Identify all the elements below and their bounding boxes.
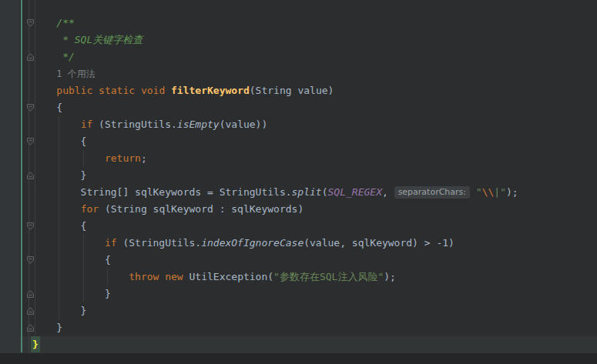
token-text: (StringUtils. <box>92 119 177 130</box>
code-line-7[interactable]: if (StringUtils.isEmpty(value)) <box>32 116 518 133</box>
code-line-19[interactable]: } <box>32 319 518 336</box>
token-text: UtilException( <box>183 271 273 282</box>
token-keyword: throw <box>129 271 159 282</box>
fold-region-end-icon[interactable] <box>26 323 35 332</box>
token-text: (String value) <box>250 85 334 96</box>
editor-gutter[interactable] <box>0 0 20 364</box>
code-line-2[interactable]: * SQL关键字检查 <box>32 32 518 48</box>
token-text: { <box>32 220 86 232</box>
fold-region-start-icon[interactable] <box>26 18 35 28</box>
token-keyword: void <box>141 85 165 96</box>
token-text: String[] sqlKeywords = StringUtils. <box>32 186 292 198</box>
code-editor: /** * SQL关键字检查 */ 1 个用法 public static vo… <box>0 0 597 364</box>
token-keyword: for <box>81 203 99 215</box>
fold-region-end-icon[interactable] <box>26 289 35 299</box>
token-doc-comment: * SQL关键字检查 <box>32 34 143 45</box>
token-text <box>32 203 81 215</box>
token-text: ; <box>141 152 147 164</box>
token-constant: SQL_REGEX <box>328 186 382 198</box>
code-line-8[interactable]: { <box>32 133 518 150</box>
code-line-10[interactable]: } <box>32 167 518 184</box>
token-text: } <box>32 288 111 299</box>
token-text: ); <box>384 271 396 282</box>
token-text: (value)) <box>220 119 268 130</box>
code-line-1[interactable]: /** <box>32 15 518 32</box>
code-line-5[interactable]: public static void filterKeyword(String … <box>32 82 518 99</box>
code-line-4[interactable]: 1 个用法 <box>32 65 518 82</box>
token-string: "参数存在SQL注入风险" <box>273 271 384 282</box>
fold-region-end-icon[interactable] <box>26 306 35 316</box>
fold-region-end-icon[interactable] <box>26 171 35 180</box>
matched-brace-highlight: } <box>31 336 40 352</box>
token-static-method-call: indexOfIgnoreCase <box>201 237 304 249</box>
code-line-12[interactable]: for (String sqlKeyword : sqlKeywords) <box>32 201 518 218</box>
token-text: } <box>32 169 86 181</box>
fold-region-start-icon[interactable] <box>26 222 35 231</box>
token-text: ); <box>506 186 518 198</box>
code-line-20[interactable]: } <box>32 336 518 353</box>
code-line-15[interactable]: { <box>32 252 518 269</box>
token-text: } <box>32 305 86 316</box>
token-keyword: static <box>99 85 135 96</box>
token-text <box>32 68 56 79</box>
token-text <box>32 152 105 164</box>
token-text: } <box>32 322 62 333</box>
fold-region-start-icon[interactable] <box>26 137 35 146</box>
usages-inlay-hint[interactable]: 1 个用法 <box>56 68 95 79</box>
token-text: , <box>382 186 394 198</box>
code-line-13[interactable]: { <box>32 218 518 235</box>
code-line-14[interactable]: if (StringUtils.indexOfIgnoreCase(value,… <box>32 235 518 252</box>
code-area[interactable]: /** * SQL关键字检查 */ 1 个用法 public static vo… <box>32 15 518 353</box>
token-text <box>32 119 81 130</box>
token-string: " <box>470 186 482 198</box>
token-text: (StringUtils. <box>117 237 202 249</box>
code-line-17[interactable]: } <box>32 286 518 302</box>
token-text: { <box>32 135 86 147</box>
token-text: { <box>32 254 111 265</box>
token-method-name: filterKeyword <box>171 85 250 96</box>
vcs-added-lines-marker[interactable] <box>21 0 22 352</box>
token-text <box>32 237 105 249</box>
code-line-11[interactable]: String[] sqlKeywords = StringUtils.split… <box>32 184 518 201</box>
code-line-9[interactable]: return; <box>32 150 518 167</box>
token-text: ( <box>322 186 328 198</box>
code-line-6[interactable]: { <box>32 99 518 116</box>
editor-bottom-edge <box>0 353 597 364</box>
token-text: (value, sqlKeyword) > -1) <box>304 237 454 249</box>
parameter-name-hint-inlay: separatorChars: <box>394 186 470 199</box>
token-text <box>32 271 129 282</box>
token-static-method-call: isEmpty <box>177 119 220 130</box>
token-text: { <box>32 102 62 113</box>
token-keyword: new <box>165 271 183 282</box>
fold-region-end-icon[interactable] <box>26 52 35 62</box>
token-text <box>165 85 171 96</box>
token-text <box>32 85 56 96</box>
token-keyword: if <box>105 237 117 249</box>
code-line-3[interactable]: */ <box>32 48 518 65</box>
token-keyword: if <box>81 119 93 130</box>
token-text <box>92 85 99 96</box>
code-line-16[interactable]: throw new UtilException("参数存在SQL注入风险"); <box>32 269 518 286</box>
code-line-18[interactable]: } <box>32 302 518 319</box>
fold-region-start-icon[interactable] <box>26 255 35 265</box>
token-doc-comment: */ <box>32 51 75 62</box>
fold-region-start-icon[interactable] <box>26 103 35 112</box>
token-keyword: public <box>56 85 92 96</box>
token-string: |" <box>494 186 506 198</box>
token-text: (String sqlKeyword : sqlKeywords) <box>99 203 304 215</box>
token-escape-sequence: \\ <box>482 186 495 198</box>
token-keyword: return <box>105 152 141 164</box>
token-doc-comment: /** <box>32 17 75 28</box>
token-static-method-call: split <box>292 186 322 198</box>
token-text <box>135 85 141 96</box>
